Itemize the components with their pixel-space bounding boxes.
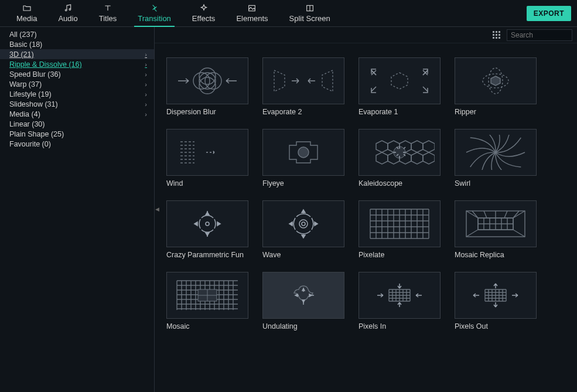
transition-item[interactable]: Pixels Out (455, 272, 537, 330)
tab-label: Audio (58, 14, 77, 23)
sidebar-item-4[interactable]: Speed Blur (36)› (0, 69, 154, 79)
transition-label: Crazy Parammetric Fun (166, 251, 248, 259)
svg-point-31 (206, 222, 209, 226)
transition-thumbnail (359, 57, 441, 104)
svg-point-32 (302, 222, 305, 226)
sidebar-item-3[interactable]: Ripple & Dissolve (16)› (0, 59, 154, 69)
svg-marker-29 (423, 152, 435, 164)
transition-item[interactable]: Undulating (262, 272, 344, 330)
sidebar-item-11[interactable]: Favourite (0) (0, 139, 154, 149)
transition-label: Mosaic Replica (455, 251, 537, 259)
content-area: ◀ Dispersion BlurEvaporate 2Evaporate 1R… (155, 27, 577, 392)
transition-item[interactable]: Evaporate 1 (359, 57, 441, 116)
transition-item[interactable]: Kaleidoscope (359, 129, 441, 188)
svg-line-67 (513, 211, 519, 218)
svg-point-33 (299, 220, 308, 228)
transition-thumbnail (262, 57, 344, 104)
sidebar-item-label: Ripple & Dissolve (16) (9, 60, 82, 69)
sidebar-item-9[interactable]: Linear (30) (0, 119, 154, 129)
transition-label: Pixels In (359, 322, 441, 330)
search-input[interactable] (511, 31, 577, 39)
transition-item[interactable]: Pixels In (359, 272, 441, 330)
svg-marker-11 (491, 76, 500, 86)
svg-marker-24 (423, 141, 435, 152)
transition-item[interactable]: Evaporate 2 (262, 57, 344, 116)
transition-item[interactable]: Crazy Parammetric Fun (166, 200, 248, 259)
tab-titles[interactable]: Titles (88, 0, 128, 27)
transition-item[interactable]: Swirl (455, 129, 537, 188)
transition-item[interactable]: Mosaic (166, 272, 248, 330)
svg-marker-20 (376, 141, 388, 152)
sparkle-icon (199, 4, 209, 13)
sidebar: All (237)Basic (18)3D (21)›Ripple & Diss… (0, 27, 155, 392)
search-wrap (507, 29, 572, 41)
sidebar-collapse-handle[interactable]: ◀ (155, 203, 160, 216)
chevron-right-icon: › (145, 101, 147, 108)
transition-label: Evaporate 2 (262, 108, 344, 116)
content-toolbar (155, 27, 577, 43)
transition-item[interactable]: Pixelate (359, 200, 441, 259)
sidebar-item-label: Favourite (0) (9, 140, 51, 148)
transition-item[interactable]: Mosaic Replica (455, 200, 537, 259)
tab-media[interactable]: Media (6, 0, 47, 27)
topbar: Media Audio Titles Transition Effects El… (0, 0, 577, 27)
transition-label: Pixels Out (455, 322, 537, 330)
sidebar-item-8[interactable]: Media (4)› (0, 109, 154, 119)
transition-item[interactable]: Wave (262, 200, 344, 259)
sidebar-item-7[interactable]: Slideshow (31)› (0, 99, 154, 109)
sidebar-item-label: Lifestyle (19) (9, 90, 52, 98)
transition-label: Swirl (455, 179, 537, 188)
sidebar-item-5[interactable]: Warp (37)› (0, 79, 154, 89)
sidebar-item-label: Warp (37) (9, 80, 42, 88)
transition-thumbnail (166, 272, 248, 319)
svg-point-8 (199, 68, 216, 84)
sidebar-item-10[interactable]: Plain Shape (25) (0, 129, 154, 139)
transition-label: Pixelate (359, 251, 441, 259)
sidebar-item-label: Speed Blur (36) (9, 70, 61, 79)
music-icon (63, 4, 73, 13)
tab-effects[interactable]: Effects (182, 0, 226, 27)
transition-item[interactable]: Ripper (455, 57, 537, 116)
transition-label: Kaleidoscope (359, 179, 441, 188)
chevron-right-icon: › (145, 81, 147, 88)
sidebar-item-0[interactable]: All (237) (0, 29, 154, 39)
svg-point-19 (298, 147, 309, 158)
tab-elements[interactable]: Elements (226, 0, 278, 27)
chevron-right-icon: › (145, 91, 147, 98)
tab-label: Elements (236, 14, 268, 23)
tab-transition[interactable]: Transition (127, 0, 182, 27)
transition-label: Wind (166, 179, 248, 188)
transition-label: Flyeye (262, 179, 344, 188)
sidebar-item-label: Linear (30) (9, 120, 45, 128)
sidebar-item-2[interactable]: 3D (21)› (0, 49, 154, 59)
transition-label: Dispersion Blur (166, 108, 248, 116)
transition-thumbnail (166, 129, 248, 176)
transition-thumbnail (359, 200, 441, 247)
tab-label: Split Screen (289, 14, 330, 23)
transition-grid: Dispersion BlurEvaporate 2Evaporate 1Rip… (155, 43, 577, 345)
transition-item[interactable]: Wind (166, 129, 248, 188)
transition-thumbnail (455, 57, 537, 104)
transition-thumbnail (262, 200, 344, 247)
svg-line-66 (504, 211, 507, 218)
tab-splitscreen[interactable]: Split Screen (279, 0, 341, 27)
transition-thumbnail (166, 200, 248, 247)
chevron-right-icon: › (145, 71, 147, 78)
transition-item[interactable]: Flyeye (262, 129, 344, 188)
tab-audio[interactable]: Audio (47, 0, 88, 27)
text-icon (103, 4, 112, 13)
transition-thumbnail (262, 272, 344, 319)
transition-item[interactable]: Dispersion Blur (166, 57, 248, 116)
sidebar-item-label: Slideshow (31) (9, 100, 58, 108)
svg-point-0 (65, 9, 67, 11)
sidebar-item-label: Plain Shape (25) (9, 130, 64, 138)
grid-view-icon[interactable] (493, 31, 501, 39)
svg-point-1 (69, 9, 71, 11)
transition-thumbnail (262, 129, 344, 176)
sidebar-item-1[interactable]: Basic (18) (0, 39, 154, 49)
sidebar-item-6[interactable]: Lifestyle (19)› (0, 89, 154, 99)
svg-marker-23 (411, 141, 423, 152)
tab-label: Titles (99, 14, 117, 23)
export-button[interactable]: EXPORT (527, 6, 571, 21)
transition-thumbnail (455, 200, 537, 247)
